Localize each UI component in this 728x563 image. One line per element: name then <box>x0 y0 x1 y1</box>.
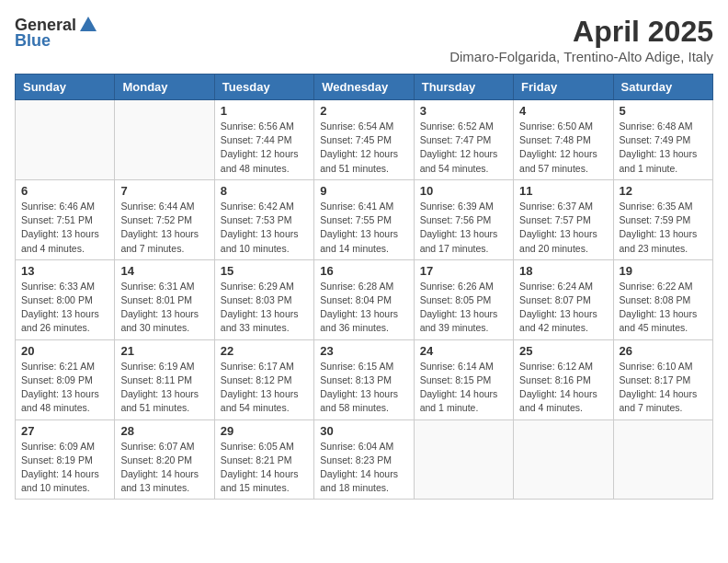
calendar-cell: 17Sunrise: 6:26 AMSunset: 8:05 PMDayligh… <box>414 259 513 339</box>
day-info: Sunrise: 6:17 AMSunset: 8:12 PMDaylight:… <box>221 360 308 416</box>
day-number: 25 <box>519 344 607 358</box>
day-number: 7 <box>120 184 208 198</box>
day-info: Sunrise: 6:52 AMSunset: 7:47 PMDaylight:… <box>420 120 507 176</box>
calendar-cell: 1Sunrise: 6:56 AMSunset: 7:44 PMDaylight… <box>214 100 313 180</box>
calendar-week-row: 20Sunrise: 6:21 AMSunset: 8:09 PMDayligh… <box>16 339 713 419</box>
weekday-header: Tuesday <box>214 75 313 100</box>
calendar-table: SundayMondayTuesdayWednesdayThursdayFrid… <box>15 74 713 500</box>
day-info: Sunrise: 6:54 AMSunset: 7:45 PMDaylight:… <box>320 120 407 176</box>
day-number: 18 <box>519 264 607 278</box>
calendar-cell: 16Sunrise: 6:28 AMSunset: 8:04 PMDayligh… <box>314 259 414 339</box>
day-number: 1 <box>221 104 308 118</box>
calendar-cell <box>16 100 115 180</box>
day-number: 8 <box>221 184 308 198</box>
day-number: 14 <box>120 264 208 278</box>
calendar-cell: 30Sunrise: 6:04 AMSunset: 8:23 PMDayligh… <box>314 419 414 500</box>
day-info: Sunrise: 6:37 AMSunset: 7:57 PMDaylight:… <box>519 200 607 256</box>
calendar-cell: 24Sunrise: 6:14 AMSunset: 8:15 PMDayligh… <box>414 339 513 419</box>
calendar-cell: 15Sunrise: 6:29 AMSunset: 8:03 PMDayligh… <box>214 259 313 339</box>
day-info: Sunrise: 6:24 AMSunset: 8:07 PMDaylight:… <box>519 280 607 336</box>
calendar-cell: 11Sunrise: 6:37 AMSunset: 7:57 PMDayligh… <box>514 179 613 259</box>
calendar-cell: 18Sunrise: 6:24 AMSunset: 8:07 PMDayligh… <box>514 259 613 339</box>
day-number: 17 <box>420 264 507 278</box>
calendar-cell: 13Sunrise: 6:33 AMSunset: 8:00 PMDayligh… <box>16 259 115 339</box>
day-info: Sunrise: 6:48 AMSunset: 7:49 PMDaylight:… <box>620 120 707 176</box>
day-info: Sunrise: 6:31 AMSunset: 8:01 PMDaylight:… <box>120 280 208 336</box>
day-info: Sunrise: 6:12 AMSunset: 8:16 PMDaylight:… <box>519 360 607 416</box>
day-info: Sunrise: 6:19 AMSunset: 8:11 PMDaylight:… <box>120 360 208 416</box>
day-number: 3 <box>420 104 507 118</box>
day-info: Sunrise: 6:46 AMSunset: 7:51 PMDaylight:… <box>21 200 108 256</box>
logo-blue-text: Blue <box>15 31 51 51</box>
title-section: April 2025 Dimaro-Folgarida, Trentino-Al… <box>449 15 713 64</box>
calendar-cell <box>115 100 214 180</box>
day-number: 4 <box>519 104 607 118</box>
calendar-cell: 26Sunrise: 6:10 AMSunset: 8:17 PMDayligh… <box>613 339 712 419</box>
calendar-cell <box>613 419 712 500</box>
weekday-header: Thursday <box>414 75 513 100</box>
calendar-cell: 21Sunrise: 6:19 AMSunset: 8:11 PMDayligh… <box>115 339 214 419</box>
day-info: Sunrise: 6:44 AMSunset: 7:52 PMDaylight:… <box>120 200 208 256</box>
day-info: Sunrise: 6:29 AMSunset: 8:03 PMDaylight:… <box>221 280 308 336</box>
calendar-cell: 6Sunrise: 6:46 AMSunset: 7:51 PMDaylight… <box>16 179 115 259</box>
day-number: 19 <box>620 264 707 278</box>
calendar-cell: 10Sunrise: 6:39 AMSunset: 7:56 PMDayligh… <box>414 179 513 259</box>
day-number: 30 <box>320 424 407 438</box>
calendar-cell: 28Sunrise: 6:07 AMSunset: 8:20 PMDayligh… <box>115 419 214 500</box>
logo: General Blue <box>15 15 98 51</box>
page-header: General Blue April 2025 Dimaro-Folgarida… <box>15 15 713 64</box>
calendar-week-row: 13Sunrise: 6:33 AMSunset: 8:00 PMDayligh… <box>16 259 713 339</box>
day-number: 5 <box>620 104 707 118</box>
day-info: Sunrise: 6:04 AMSunset: 8:23 PMDaylight:… <box>320 440 407 496</box>
day-number: 20 <box>21 344 108 358</box>
calendar-cell: 29Sunrise: 6:05 AMSunset: 8:21 PMDayligh… <box>214 419 313 500</box>
day-number: 28 <box>120 424 208 438</box>
calendar-cell: 20Sunrise: 6:21 AMSunset: 8:09 PMDayligh… <box>16 339 115 419</box>
location-title: Dimaro-Folgarida, Trentino-Alto Adige, I… <box>449 49 713 64</box>
day-info: Sunrise: 6:22 AMSunset: 8:08 PMDaylight:… <box>620 280 707 336</box>
calendar-week-row: 1Sunrise: 6:56 AMSunset: 7:44 PMDaylight… <box>16 100 713 180</box>
day-number: 23 <box>320 344 407 358</box>
day-info: Sunrise: 6:35 AMSunset: 7:59 PMDaylight:… <box>620 200 707 256</box>
day-info: Sunrise: 6:28 AMSunset: 8:04 PMDaylight:… <box>320 280 407 336</box>
calendar-header-row: SundayMondayTuesdayWednesdayThursdayFrid… <box>16 75 713 100</box>
calendar-week-row: 6Sunrise: 6:46 AMSunset: 7:51 PMDaylight… <box>16 179 713 259</box>
month-title: April 2025 <box>449 15 713 49</box>
calendar-cell: 14Sunrise: 6:31 AMSunset: 8:01 PMDayligh… <box>115 259 214 339</box>
day-number: 22 <box>221 344 308 358</box>
calendar-cell: 22Sunrise: 6:17 AMSunset: 8:12 PMDayligh… <box>214 339 313 419</box>
calendar-cell: 4Sunrise: 6:50 AMSunset: 7:48 PMDaylight… <box>514 100 613 180</box>
calendar-cell <box>414 419 513 500</box>
weekday-header: Friday <box>514 75 613 100</box>
calendar-cell: 2Sunrise: 6:54 AMSunset: 7:45 PMDaylight… <box>314 100 414 180</box>
calendar-cell: 23Sunrise: 6:15 AMSunset: 8:13 PMDayligh… <box>314 339 414 419</box>
day-number: 11 <box>519 184 607 198</box>
day-number: 2 <box>320 104 407 118</box>
calendar-cell: 9Sunrise: 6:41 AMSunset: 7:55 PMDaylight… <box>314 179 414 259</box>
day-number: 10 <box>420 184 507 198</box>
day-info: Sunrise: 6:41 AMSunset: 7:55 PMDaylight:… <box>320 200 407 256</box>
day-number: 26 <box>620 344 707 358</box>
calendar-cell: 19Sunrise: 6:22 AMSunset: 8:08 PMDayligh… <box>613 259 712 339</box>
day-info: Sunrise: 6:56 AMSunset: 7:44 PMDaylight:… <box>221 120 308 176</box>
weekday-header: Sunday <box>16 75 115 100</box>
calendar-cell: 25Sunrise: 6:12 AMSunset: 8:16 PMDayligh… <box>514 339 613 419</box>
day-number: 24 <box>420 344 507 358</box>
calendar-cell: 3Sunrise: 6:52 AMSunset: 7:47 PMDaylight… <box>414 100 513 180</box>
day-info: Sunrise: 6:09 AMSunset: 8:19 PMDaylight:… <box>21 440 108 496</box>
day-info: Sunrise: 6:39 AMSunset: 7:56 PMDaylight:… <box>420 200 507 256</box>
svg-marker-0 <box>80 17 97 31</box>
day-info: Sunrise: 6:21 AMSunset: 8:09 PMDaylight:… <box>21 360 108 416</box>
day-number: 13 <box>21 264 108 278</box>
calendar-cell: 27Sunrise: 6:09 AMSunset: 8:19 PMDayligh… <box>16 419 115 500</box>
day-number: 16 <box>320 264 407 278</box>
weekday-header: Monday <box>115 75 214 100</box>
day-info: Sunrise: 6:33 AMSunset: 8:00 PMDaylight:… <box>21 280 108 336</box>
day-info: Sunrise: 6:42 AMSunset: 7:53 PMDaylight:… <box>221 200 308 256</box>
calendar-week-row: 27Sunrise: 6:09 AMSunset: 8:19 PMDayligh… <box>16 419 713 500</box>
calendar-cell: 5Sunrise: 6:48 AMSunset: 7:49 PMDaylight… <box>613 100 712 180</box>
weekday-header: Saturday <box>613 75 712 100</box>
day-info: Sunrise: 6:05 AMSunset: 8:21 PMDaylight:… <box>221 440 308 496</box>
day-info: Sunrise: 6:10 AMSunset: 8:17 PMDaylight:… <box>620 360 707 416</box>
day-info: Sunrise: 6:14 AMSunset: 8:15 PMDaylight:… <box>420 360 507 416</box>
